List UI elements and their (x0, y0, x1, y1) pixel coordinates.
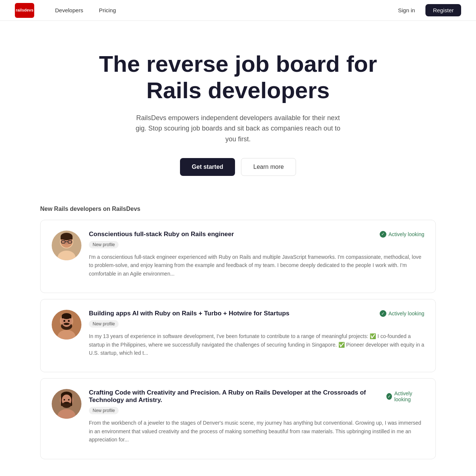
status-label: Actively looking (394, 390, 424, 402)
status-label: Actively looking (389, 231, 425, 237)
logo-text2: devs (24, 8, 33, 13)
developers-section: New Rails developers on RailsDevs (0, 198, 476, 476)
check-icon: ✓ (386, 393, 392, 400)
card-body: Conscientious full-stack Ruby on Rails e… (89, 231, 424, 278)
new-profile-badge: New profile (89, 407, 119, 414)
learn-more-button[interactable]: Learn more (241, 158, 296, 176)
get-started-button[interactable]: Get started (180, 158, 235, 176)
logo[interactable]: rails devs (15, 3, 34, 18)
check-icon: ✓ (380, 231, 386, 238)
developer-card[interactable]: Conscientious full-stack Ruby on Rails e… (40, 220, 436, 293)
hero-subtitle: RailsDevs empowers independent developer… (134, 113, 342, 145)
card-description: I'm a conscientious full-stack engineer … (89, 253, 424, 278)
status-badge: ✓ Actively looking (386, 390, 424, 402)
status-badge: ✓ Actively looking (380, 310, 425, 317)
card-title-row: Conscientious full-stack Ruby on Rails e… (89, 231, 424, 238)
nav-developers[interactable]: Developers (49, 4, 89, 16)
card-title: Building apps AI with Ruby on Rails + Tu… (89, 310, 289, 317)
status-badge: ✓ Actively looking (380, 231, 425, 238)
hero-title-line2: Rails developers (147, 77, 330, 103)
avatar (52, 389, 81, 419)
navigation: rails devs Developers Pricing Sign in Re… (0, 0, 476, 21)
hero-buttons: Get started Learn more (15, 158, 461, 176)
svg-point-18 (64, 320, 65, 322)
card-body: Building apps AI with Ruby on Rails + Tu… (89, 310, 424, 357)
svg-point-29 (64, 402, 69, 404)
avatar (52, 231, 81, 260)
nav-pricing[interactable]: Pricing (93, 4, 122, 16)
new-profile-badge: New profile (89, 320, 119, 328)
card-header: Conscientious full-stack Ruby on Rails e… (52, 231, 424, 278)
card-body: Crafting Code with Creativity and Precis… (89, 389, 424, 444)
svg-point-28 (68, 399, 70, 401)
card-header: Crafting Code with Creativity and Precis… (52, 389, 424, 444)
section-title: New Rails developers on RailsDevs (40, 206, 436, 212)
logo-box: rails devs (15, 3, 34, 18)
new-profile-badge: New profile (89, 241, 119, 248)
svg-point-17 (64, 323, 70, 325)
hero-title-line1: The reverse job board for (99, 51, 377, 77)
register-button[interactable]: Register (425, 4, 461, 16)
hero-section: The reverse job board for Rails develope… (0, 21, 476, 198)
card-title: Conscientious full-stack Ruby on Rails e… (89, 231, 234, 238)
card-header: Building apps AI with Ruby on Rails + Tu… (52, 310, 424, 357)
nav-links: Developers Pricing (49, 4, 390, 16)
nav-right: Sign in Register (390, 4, 461, 16)
logo-text: rails (16, 8, 24, 13)
svg-point-27 (64, 399, 65, 401)
card-title-row: Building apps AI with Ruby on Rails + Tu… (89, 310, 424, 317)
sign-in-button[interactable]: Sign in (390, 4, 422, 16)
svg-rect-16 (62, 316, 71, 318)
card-description: In my 13 years of experience in software… (89, 332, 424, 357)
check-icon: ✓ (380, 310, 386, 317)
developer-card[interactable]: Crafting Code with Creativity and Precis… (40, 378, 436, 459)
card-description: From the workbench of a jeweler to the s… (89, 419, 424, 444)
avatar (52, 310, 81, 340)
developer-card[interactable]: Building apps AI with Ruby on Rails + Tu… (40, 299, 436, 372)
svg-rect-9 (61, 237, 73, 239)
hero-title: The reverse job board for Rails develope… (15, 51, 461, 104)
svg-point-19 (68, 320, 70, 322)
card-title: Crafting Code with Creativity and Precis… (89, 389, 386, 404)
card-title-row: Crafting Code with Creativity and Precis… (89, 389, 424, 404)
status-label: Actively looking (389, 311, 425, 316)
